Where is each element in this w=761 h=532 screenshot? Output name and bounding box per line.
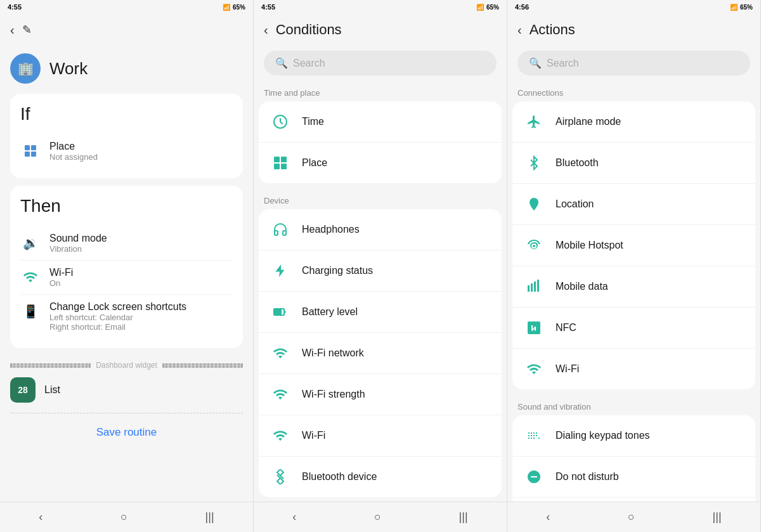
wifi-network-icon	[269, 342, 292, 365]
nfc-icon	[523, 316, 545, 339]
then-label: Then	[20, 196, 233, 216]
time-place-card: Time Place	[259, 101, 502, 183]
dashboard-item[interactable]: 28 List	[10, 372, 243, 408]
place-row[interactable]: Place	[259, 143, 502, 183]
time-2: 4:55	[261, 3, 275, 11]
wifi-icon-3: 📶	[730, 4, 738, 11]
wifi-actions-row[interactable]: Wi-Fi	[512, 349, 755, 389]
airplane-row[interactable]: Airplane mode	[512, 101, 755, 143]
svg-rect-19	[537, 280, 539, 292]
sound-text: Sound mode Vibration	[49, 233, 107, 254]
if-section: If Place Not assigned	[10, 94, 243, 178]
nfc-row[interactable]: NFC	[512, 308, 755, 349]
nav-back-btn-1[interactable]: ‹	[26, 508, 55, 526]
panel-work-routine: 4:55 📶 65% ‹ ✎ 🏢 Work If Place Not assig…	[0, 0, 254, 532]
svg-rect-0	[25, 145, 30, 150]
charging-row[interactable]: Charging status	[259, 250, 502, 292]
do-not-disturb-row[interactable]: Do not disturb	[512, 457, 755, 498]
wifi-subtitle: On	[49, 278, 73, 288]
bluetooth-device-row[interactable]: Bluetooth device	[259, 457, 502, 497]
nav-home-btn-2[interactable]: ○	[361, 508, 394, 526]
back-button-1[interactable]: ‹	[10, 23, 15, 37]
back-button-2[interactable]: ‹	[264, 23, 268, 37]
time-3: 4:56	[515, 3, 529, 11]
save-routine-button[interactable]: Save routine	[96, 426, 157, 439]
nav-recents-btn-3[interactable]: |||	[700, 508, 734, 526]
wifi-icon	[20, 267, 41, 287]
conditions-search[interactable]: 🔍 Search	[264, 51, 497, 75]
do-not-disturb-icon	[523, 465, 545, 488]
wifi-network-row[interactable]: Wi-Fi network	[259, 333, 502, 374]
time-row[interactable]: Time	[259, 101, 502, 143]
connections-card: Airplane mode Bluetooth Location	[512, 101, 755, 389]
wifi-strength-row[interactable]: Wi-Fi strength	[259, 374, 502, 415]
then-section: Then 🔉 Sound mode Vibration Wi-Fi On 📱	[10, 186, 243, 348]
sound-vibration-section: Sound and vibration Dialing keypad tones…	[507, 394, 760, 502]
hotspot-text: Mobile Hotspot	[556, 240, 623, 251]
status-icons-2: 📶 65%	[476, 4, 499, 11]
charging-text: Charging status	[302, 265, 373, 276]
calendar-icon: 28	[10, 377, 36, 403]
nav-recents-btn-2[interactable]: |||	[446, 508, 481, 526]
svg-rect-18	[534, 282, 536, 292]
wifi-icon-2: 📶	[476, 4, 484, 11]
svg-rect-5	[274, 157, 280, 162]
lock-icon: 📱	[20, 301, 41, 321]
nav-recents-btn-1[interactable]: |||	[193, 508, 227, 526]
app-name: Work	[49, 59, 88, 79]
lock-screen-action[interactable]: 📱 Change Lock screen shortcuts Left shor…	[20, 295, 233, 338]
status-bar-2: 4:55 📶 65%	[254, 0, 507, 14]
panel2-content: 🔍 Search Time and place Time Place	[254, 46, 507, 502]
hotspot-row[interactable]: Mobile Hotspot	[512, 225, 755, 266]
search-placeholder-2: Search	[293, 58, 325, 69]
airplane-text: Airplane mode	[556, 116, 621, 127]
wifi-title: Wi-Fi	[49, 267, 73, 278]
nav-home-btn-1[interactable]: ○	[108, 508, 140, 526]
page-title-3: Actions	[530, 22, 750, 38]
nav-bar-1: ‹ ✎	[0, 14, 253, 46]
dialing-keypad-row[interactable]: Dialing keypad tones	[512, 415, 755, 457]
edit-button[interactable]: ✎	[22, 23, 32, 37]
mobile-data-icon	[523, 275, 545, 298]
nfc-text: NFC	[556, 322, 576, 334]
nav-home-btn-3[interactable]: ○	[615, 508, 647, 526]
section-label-sound: Sound and vibration	[507, 394, 760, 415]
battery-3: 65%	[740, 4, 753, 11]
nav-back-btn-3[interactable]: ‹	[533, 508, 563, 526]
place-subtitle: Not assigned	[49, 152, 98, 162]
search-icon-3: 🔍	[529, 57, 542, 69]
place-title: Place	[49, 141, 98, 152]
battery-1: 65%	[233, 4, 245, 11]
time-icon	[269, 110, 292, 133]
section-label-device: Device	[254, 188, 507, 209]
search-placeholder-3: Search	[547, 58, 579, 69]
save-btn-wrap: Save routine	[10, 418, 243, 446]
svg-rect-10	[275, 309, 281, 315]
back-button-3[interactable]: ‹	[517, 23, 522, 37]
bluetooth-row[interactable]: Bluetooth	[512, 143, 755, 184]
mobile-data-text: Mobile data	[556, 281, 608, 292]
wifi-icon-1: 📶	[223, 4, 230, 11]
sound-mode-action[interactable]: 🔉 Sound mode Vibration	[20, 226, 233, 261]
svg-rect-6	[281, 157, 287, 162]
hotspot-icon	[523, 234, 545, 257]
mobile-data-row[interactable]: Mobile data	[512, 266, 755, 308]
wifi-row-icon	[269, 424, 292, 447]
wifi-action[interactable]: Wi-Fi On	[20, 261, 233, 295]
headphones-row[interactable]: Headphones	[259, 209, 502, 250]
actions-search[interactable]: 🔍 Search	[517, 51, 750, 75]
panel3-content: 🔍 Search Connections Airplane mode Bluet…	[507, 46, 760, 502]
place-condition[interactable]: Place Not assigned	[20, 134, 233, 168]
battery-row[interactable]: Battery level	[259, 292, 502, 333]
wifi-row-text: Wi-Fi	[302, 430, 325, 441]
wifi-text: Wi-Fi On	[49, 267, 73, 288]
nav-bar-3: ‹ Actions	[507, 14, 760, 46]
wifi-row[interactable]: Wi-Fi	[259, 415, 502, 457]
sound-icon: 🔉	[20, 233, 41, 253]
bottom-nav-1: ‹ ○ |||	[0, 502, 253, 532]
nav-back-btn-2[interactable]: ‹	[280, 508, 309, 526]
panel-actions: 4:56 📶 65% ‹ Actions 🔍 Search Connection…	[507, 0, 761, 532]
location-row[interactable]: Location	[512, 184, 755, 225]
device-card: Headphones Charging status Battery level	[259, 209, 502, 497]
svg-rect-2	[25, 152, 30, 157]
